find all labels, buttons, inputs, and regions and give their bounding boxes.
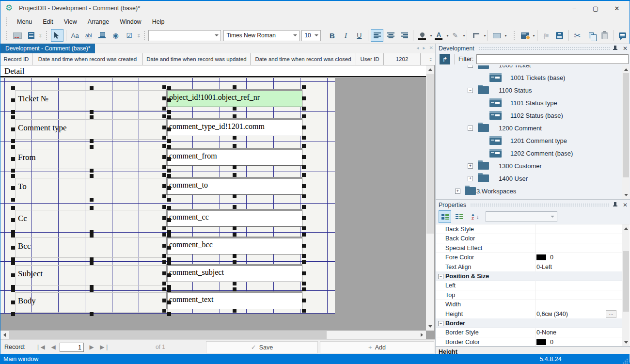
selection-handle[interactable] [11,145,15,149]
selection-handle[interactable] [11,273,15,277]
selection-handle[interactable] [90,86,94,90]
selection-handle[interactable] [302,299,306,302]
form-label-cell-ticket[interactable]: Ticket № [15,90,168,111]
selection-handle[interactable] [11,206,15,210]
properties-scroll-thumb[interactable] [623,251,629,312]
canvas-horizontal-scrollbar[interactable] [0,331,426,339]
collapse-icon[interactable]: − [438,274,443,279]
close-panel-icon[interactable]: ✕ [623,202,628,208]
selection-handle[interactable] [90,145,94,149]
selection-handle[interactable] [11,198,15,202]
selection-handle[interactable] [302,309,306,313]
selection-handle[interactable] [167,230,171,234]
form-label-cell-comment-type[interactable]: Comment type [15,119,168,140]
first-record-button[interactable]: ❘◀ [34,342,46,352]
property-row-height[interactable]: Height0,6см (340)... [436,309,622,319]
scroll-right-icon[interactable] [418,331,426,339]
selection-handle[interactable] [302,144,306,148]
selection-handle[interactable] [162,155,166,159]
chevron-down-icon[interactable]: ▾ [446,33,448,38]
selection-handle[interactable] [167,206,171,210]
selection-handle[interactable] [162,165,166,169]
selection-handle[interactable] [11,261,15,265]
last-record-button[interactable]: ▶❘ [99,342,110,352]
property-value[interactable]: 0 [550,254,553,261]
tree-scroll-thumb[interactable] [623,73,629,177]
selection-handle[interactable] [302,194,306,198]
form-field-comment-bcc[interactable]: comment_bcc [166,237,302,254]
save-button[interactable] [553,29,566,42]
selection-handle[interactable] [167,218,171,222]
tree-item-1201-comment-type[interactable]: 1201 Comment type [436,134,622,147]
selection-handle[interactable] [302,184,306,188]
collapse-icon[interactable]: − [468,126,473,131]
selection-handle[interactable] [302,155,306,159]
selection-handle[interactable] [11,246,15,250]
tree-scrollbar[interactable] [622,65,630,199]
selection-handle[interactable] [233,287,236,291]
selection-handle[interactable] [233,309,236,313]
selection-handle[interactable] [302,85,306,89]
selection-handle[interactable] [167,288,171,292]
expand-icon[interactable]: + [468,176,473,181]
list-view-button[interactable] [453,210,465,223]
menu-item-view[interactable]: View [59,17,82,27]
tree-item-1300-customer[interactable]: +1300 Customer [436,159,622,172]
property-value[interactable]: 0,6см (340) [536,311,568,317]
tree-item-1400-user[interactable]: +1400 User [436,172,622,185]
selection-handle[interactable] [302,114,306,118]
selection-handle[interactable] [90,234,94,237]
selection-handle[interactable] [302,226,306,230]
property-row-fore-color[interactable]: Fore Color0 [436,253,622,262]
horizontal-scroll-thumb[interactable] [9,331,327,339]
next-record-button[interactable]: ▶ [86,342,97,352]
font-name-combo[interactable]: Times New Roman [223,30,299,41]
window-options-button[interactable] [519,29,531,42]
selection-handle[interactable] [162,233,166,237]
chevron-down-icon[interactable]: ▾ [533,33,535,38]
highlight-button[interactable]: ✎ [449,29,461,42]
selection-handle[interactable] [162,85,166,89]
selection-handle[interactable] [302,287,306,291]
property-row-border-style[interactable]: Border Style0-None [436,328,622,337]
selection-handle[interactable] [302,271,306,275]
selection-handle[interactable] [90,230,94,234]
chevron-down-icon[interactable]: ▾ [463,33,465,38]
selection-handle[interactable] [167,127,171,131]
shape-button[interactable] [490,29,503,42]
property-row-top[interactable]: Top [436,290,622,300]
field-chip-record-id[interactable]: Record ID [0,53,32,65]
selection-handle[interactable] [302,244,306,248]
collapse-icon[interactable]: − [468,88,473,93]
selection-handle[interactable] [11,86,15,90]
property-row-border-color[interactable]: Border Color0 [436,337,622,346]
selection-handle[interactable] [233,226,236,230]
form-label-cell-body[interactable]: Body [15,292,168,313]
font-size-combo[interactable]: 10 [301,30,321,41]
selection-handle[interactable] [233,233,236,237]
selection-handle[interactable] [302,254,306,258]
selection-handle[interactable] [90,198,94,202]
selection-handle[interactable] [11,98,15,102]
toolbar-grip[interactable] [5,17,8,27]
selection-handle[interactable] [233,254,236,258]
field-chip-user-id[interactable]: User ID [356,53,384,65]
tab-scroll-right-icon[interactable]: ▸ [423,45,425,50]
selection-handle[interactable] [233,173,236,177]
selection-handle[interactable] [302,205,306,209]
selection-handle[interactable] [162,173,166,177]
vertical-scroll-thumb[interactable] [426,74,434,234]
selection-handle[interactable] [11,169,15,173]
selection-handle[interactable] [11,230,15,234]
align-center-button[interactable] [384,29,397,42]
fill-color-button[interactable] [416,29,428,42]
paste-button[interactable] [598,29,611,42]
underline-button[interactable]: U [353,29,365,42]
form-field-comment-cc[interactable]: comment_cc [166,209,302,227]
notes-button[interactable] [616,29,629,42]
menu-item-help[interactable]: Help [147,17,170,27]
selection-handle[interactable] [233,107,236,111]
field-chip-date-and-time-when-record-was-updated[interactable]: Date and time when record was updated [143,53,251,65]
selection-handle[interactable] [302,173,306,177]
selection-handle[interactable] [162,205,166,209]
